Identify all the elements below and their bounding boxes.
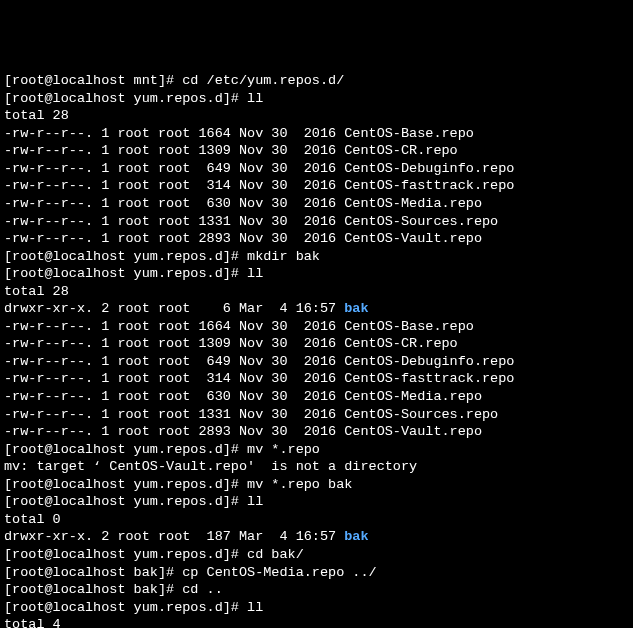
ls-entry-name: CentOS-Media.repo [344,196,482,211]
terminal-line: -rw-r--r--. 1 root root 630 Nov 30 2016 … [4,195,629,213]
command-text: mv *.repo [247,442,320,457]
terminal-line: -rw-r--r--. 1 root root 314 Nov 30 2016 … [4,177,629,195]
terminal-line: [root@localhost yum.repos.d]# ll [4,265,629,283]
ls-entry-meta: drwxr-xr-x. 2 root root 187 Mar 4 16:57 [4,529,344,544]
terminal-line: -rw-r--r--. 1 root root 630 Nov 30 2016 … [4,388,629,406]
ls-entry-name: CentOS-Debuginfo.repo [344,161,514,176]
ls-entry-name: CentOS-CR.repo [344,336,457,351]
ls-entry-meta: -rw-r--r--. 1 root root 2893 Nov 30 2016 [4,424,344,439]
terminal-line: -rw-r--r--. 1 root root 1331 Nov 30 2016… [4,406,629,424]
ls-entry-meta: -rw-r--r--. 1 root root 314 Nov 30 2016 [4,178,344,193]
ls-entry-name: CentOS-Base.repo [344,319,474,334]
shell-prompt: [root@localhost yum.repos.d]# [4,266,247,281]
shell-prompt: [root@localhost yum.repos.d]# [4,547,247,562]
ls-entry-name: CentOS-Sources.repo [344,407,498,422]
ls-entry-name: CentOS-fasttrack.repo [344,178,514,193]
shell-prompt: [root@localhost yum.repos.d]# [4,249,247,264]
ls-entry-name: CentOS-Base.repo [344,126,474,141]
ls-entry-name: bak [344,529,368,544]
command-text: ll [247,266,263,281]
command-text: ll [247,91,263,106]
shell-prompt: [root@localhost bak]# [4,582,182,597]
terminal-line: [root@localhost yum.repos.d]# ll [4,599,629,617]
ls-entry-meta: -rw-r--r--. 1 root root 1331 Nov 30 2016 [4,407,344,422]
terminal-line: [root@localhost mnt]# cd /etc/yum.repos.… [4,72,629,90]
command-text: ll [247,600,263,615]
shell-prompt: [root@localhost yum.repos.d]# [4,477,247,492]
ls-entry-meta: -rw-r--r--. 1 root root 1664 Nov 30 2016 [4,319,344,334]
shell-prompt: [root@localhost yum.repos.d]# [4,600,247,615]
terminal-line: [root@localhost yum.repos.d]# ll [4,493,629,511]
terminal-line: [root@localhost yum.repos.d]# cd bak/ [4,546,629,564]
terminal-line: -rw-r--r--. 1 root root 1309 Nov 30 2016… [4,142,629,160]
terminal-line: [root@localhost yum.repos.d]# mkdir bak [4,248,629,266]
terminal-output[interactable]: [root@localhost mnt]# cd /etc/yum.repos.… [4,72,629,628]
terminal-line: total 28 [4,107,629,125]
ls-entry-meta: drwxr-xr-x. 2 root root 6 Mar 4 16:57 [4,301,344,316]
ls-entry-meta: -rw-r--r--. 1 root root 314 Nov 30 2016 [4,371,344,386]
shell-prompt: [root@localhost mnt]# [4,73,182,88]
command-text: cd bak/ [247,547,304,562]
terminal-line: drwxr-xr-x. 2 root root 6 Mar 4 16:57 ba… [4,300,629,318]
command-text: ll [247,494,263,509]
terminal-line: -rw-r--r--. 1 root root 1664 Nov 30 2016… [4,318,629,336]
ls-entry-meta: -rw-r--r--. 1 root root 1309 Nov 30 2016 [4,143,344,158]
shell-prompt: [root@localhost yum.repos.d]# [4,494,247,509]
terminal-line: -rw-r--r--. 1 root root 2893 Nov 30 2016… [4,423,629,441]
ls-entry-meta: -rw-r--r--. 1 root root 630 Nov 30 2016 [4,196,344,211]
ls-entry-name: bak [344,301,368,316]
terminal-line: total 4 [4,616,629,628]
terminal-line: -rw-r--r--. 1 root root 1309 Nov 30 2016… [4,335,629,353]
terminal-line: [root@localhost bak]# cp CentOS-Media.re… [4,564,629,582]
ls-entry-meta: -rw-r--r--. 1 root root 649 Nov 30 2016 [4,354,344,369]
command-text: cd /etc/yum.repos.d/ [182,73,344,88]
ls-entry-name: CentOS-Sources.repo [344,214,498,229]
terminal-line: total 0 [4,511,629,529]
ls-entry-name: CentOS-Vault.repo [344,424,482,439]
terminal-line: -rw-r--r--. 1 root root 2893 Nov 30 2016… [4,230,629,248]
ls-entry-name: CentOS-CR.repo [344,143,457,158]
terminal-line: mv: target ‘ CentOS-Vault.repo' is not a… [4,458,629,476]
terminal-line: -rw-r--r--. 1 root root 649 Nov 30 2016 … [4,353,629,371]
ls-entry-meta: -rw-r--r--. 1 root root 1309 Nov 30 2016 [4,336,344,351]
terminal-line: -rw-r--r--. 1 root root 1664 Nov 30 2016… [4,125,629,143]
ls-entry-name: CentOS-Vault.repo [344,231,482,246]
ls-entry-meta: -rw-r--r--. 1 root root 1331 Nov 30 2016 [4,214,344,229]
terminal-line: drwxr-xr-x. 2 root root 187 Mar 4 16:57 … [4,528,629,546]
terminal-line: -rw-r--r--. 1 root root 649 Nov 30 2016 … [4,160,629,178]
ls-entry-meta: -rw-r--r--. 1 root root 649 Nov 30 2016 [4,161,344,176]
shell-prompt: [root@localhost yum.repos.d]# [4,442,247,457]
shell-prompt: [root@localhost bak]# [4,565,182,580]
ls-entry-name: CentOS-Media.repo [344,389,482,404]
terminal-line: -rw-r--r--. 1 root root 314 Nov 30 2016 … [4,370,629,388]
shell-prompt: [root@localhost yum.repos.d]# [4,91,247,106]
terminal-line: [root@localhost yum.repos.d]# mv *.repo [4,441,629,459]
terminal-line: total 28 [4,283,629,301]
command-text: mv *.repo bak [247,477,352,492]
terminal-line: [root@localhost yum.repos.d]# ll [4,90,629,108]
ls-entry-name: CentOS-fasttrack.repo [344,371,514,386]
terminal-line: [root@localhost bak]# cd .. [4,581,629,599]
ls-entry-meta: -rw-r--r--. 1 root root 2893 Nov 30 2016 [4,231,344,246]
ls-entry-meta: -rw-r--r--. 1 root root 630 Nov 30 2016 [4,389,344,404]
command-text: cp CentOS-Media.repo ../ [182,565,376,580]
terminal-line: [root@localhost yum.repos.d]# mv *.repo … [4,476,629,494]
ls-entry-name: CentOS-Debuginfo.repo [344,354,514,369]
command-text: cd .. [182,582,223,597]
terminal-line: -rw-r--r--. 1 root root 1331 Nov 30 2016… [4,213,629,231]
command-text: mkdir bak [247,249,320,264]
ls-entry-meta: -rw-r--r--. 1 root root 1664 Nov 30 2016 [4,126,344,141]
